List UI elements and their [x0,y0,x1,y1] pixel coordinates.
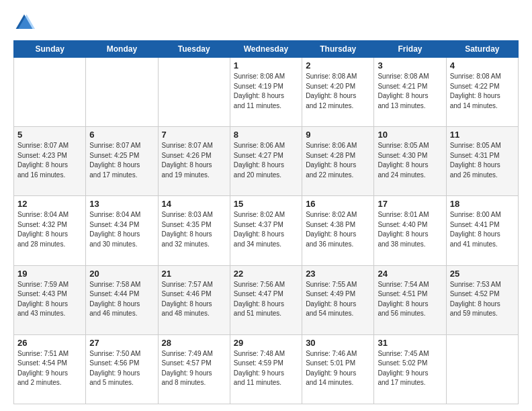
day-cell-25: 25Sunrise: 7:53 AMSunset: 4:52 PMDayligh… [446,265,518,334]
day-info-19: Sunrise: 7:59 AMSunset: 4:43 PMDaylight:… [17,280,82,319]
day-info-17: Sunrise: 8:01 AMSunset: 4:40 PMDaylight:… [378,210,442,249]
day-cell-21: 21Sunrise: 7:57 AMSunset: 4:46 PMDayligh… [158,265,230,334]
day-cell-11: 11Sunrise: 8:05 AMSunset: 4:31 PMDayligh… [446,127,518,196]
day-info-31: Sunrise: 7:45 AMSunset: 5:02 PMDaylight:… [378,349,442,388]
day-number-27: 27 [89,338,154,348]
day-number-19: 19 [17,269,82,279]
day-info-25: Sunrise: 7:53 AMSunset: 4:52 PMDaylight:… [450,280,515,319]
day-info-20: Sunrise: 7:58 AMSunset: 4:44 PMDaylight:… [89,280,154,319]
day-info-14: Sunrise: 8:03 AMSunset: 4:35 PMDaylight:… [162,210,226,249]
empty-cell [158,58,230,127]
day-number-21: 21 [162,269,226,279]
day-info-23: Sunrise: 7:55 AMSunset: 4:49 PMDaylight:… [306,280,370,319]
day-number-23: 23 [306,269,370,279]
day-info-30: Sunrise: 7:46 AMSunset: 5:01 PMDaylight:… [306,349,370,388]
day-cell-23: 23Sunrise: 7:55 AMSunset: 4:49 PMDayligh… [302,265,374,334]
day-cell-28: 28Sunrise: 7:49 AMSunset: 4:57 PMDayligh… [158,334,230,404]
day-info-13: Sunrise: 8:04 AMSunset: 4:34 PMDaylight:… [89,210,154,249]
weekday-friday: Friday [374,41,446,58]
day-number-6: 6 [89,130,154,140]
logo-icon [13,12,35,34]
day-number-9: 9 [306,130,370,140]
day-cell-20: 20Sunrise: 7:58 AMSunset: 4:44 PMDayligh… [86,265,158,334]
logo [13,12,38,34]
week-row-3: 19Sunrise: 7:59 AMSunset: 4:43 PMDayligh… [14,265,519,334]
day-info-5: Sunrise: 8:07 AMSunset: 4:23 PMDaylight:… [17,141,82,180]
day-cell-22: 22Sunrise: 7:56 AMSunset: 4:47 PMDayligh… [230,265,302,334]
day-number-11: 11 [450,130,515,140]
day-number-4: 4 [450,60,515,71]
day-number-30: 30 [306,338,370,348]
day-cell-1: 1Sunrise: 8:08 AMSunset: 4:19 PMDaylight… [230,58,302,127]
calendar-table: SundayMondayTuesdayWednesdayThursdayFrid… [13,40,519,404]
day-cell-31: 31Sunrise: 7:45 AMSunset: 5:02 PMDayligh… [374,334,446,404]
day-number-16: 16 [306,199,370,209]
empty-cell [86,58,158,127]
day-cell-30: 30Sunrise: 7:46 AMSunset: 5:01 PMDayligh… [302,334,374,404]
week-row-2: 12Sunrise: 8:04 AMSunset: 4:32 PMDayligh… [14,196,519,265]
day-cell-17: 17Sunrise: 8:01 AMSunset: 4:40 PMDayligh… [374,196,446,265]
day-info-26: Sunrise: 7:51 AMSunset: 4:54 PMDaylight:… [17,349,82,388]
day-number-10: 10 [378,130,442,140]
day-number-17: 17 [378,199,442,209]
day-number-18: 18 [450,199,515,209]
day-info-15: Sunrise: 8:02 AMSunset: 4:37 PMDaylight:… [234,210,298,249]
day-info-24: Sunrise: 7:54 AMSunset: 4:51 PMDaylight:… [378,280,442,319]
day-cell-27: 27Sunrise: 7:50 AMSunset: 4:56 PMDayligh… [86,334,158,404]
day-cell-10: 10Sunrise: 8:05 AMSunset: 4:30 PMDayligh… [374,127,446,196]
day-cell-14: 14Sunrise: 8:03 AMSunset: 4:35 PMDayligh… [158,196,230,265]
day-number-25: 25 [450,269,515,279]
day-info-2: Sunrise: 8:08 AMSunset: 4:20 PMDaylight:… [306,72,370,111]
day-number-29: 29 [234,338,298,348]
day-info-29: Sunrise: 7:48 AMSunset: 4:59 PMDaylight:… [234,349,298,388]
weekday-monday: Monday [86,41,158,58]
day-info-6: Sunrise: 8:07 AMSunset: 4:25 PMDaylight:… [89,141,154,180]
day-info-27: Sunrise: 7:50 AMSunset: 4:56 PMDaylight:… [89,349,154,388]
day-cell-12: 12Sunrise: 8:04 AMSunset: 4:32 PMDayligh… [14,196,86,265]
day-number-8: 8 [234,130,298,140]
day-cell-6: 6Sunrise: 8:07 AMSunset: 4:25 PMDaylight… [86,127,158,196]
day-number-13: 13 [89,199,154,209]
day-number-22: 22 [234,269,298,279]
day-cell-24: 24Sunrise: 7:54 AMSunset: 4:51 PMDayligh… [374,265,446,334]
day-cell-4: 4Sunrise: 8:08 AMSunset: 4:22 PMDaylight… [446,58,518,127]
weekday-tuesday: Tuesday [158,41,230,58]
day-cell-19: 19Sunrise: 7:59 AMSunset: 4:43 PMDayligh… [14,265,86,334]
page: SundayMondayTuesdayWednesdayThursdayFrid… [0,0,532,411]
day-info-1: Sunrise: 8:08 AMSunset: 4:19 PMDaylight:… [234,72,298,111]
day-info-10: Sunrise: 8:05 AMSunset: 4:30 PMDaylight:… [378,141,442,180]
day-cell-13: 13Sunrise: 8:04 AMSunset: 4:34 PMDayligh… [86,196,158,265]
day-number-20: 20 [89,269,154,279]
day-cell-18: 18Sunrise: 8:00 AMSunset: 4:41 PMDayligh… [446,196,518,265]
weekday-wednesday: Wednesday [230,41,302,58]
day-number-26: 26 [17,338,82,348]
day-cell-8: 8Sunrise: 8:06 AMSunset: 4:27 PMDaylight… [230,127,302,196]
day-number-31: 31 [378,338,442,348]
day-number-15: 15 [234,199,298,209]
day-info-3: Sunrise: 8:08 AMSunset: 4:21 PMDaylight:… [378,72,442,111]
week-row-1: 5Sunrise: 8:07 AMSunset: 4:23 PMDaylight… [14,127,519,196]
day-info-9: Sunrise: 8:06 AMSunset: 4:28 PMDaylight:… [306,141,370,180]
weekday-sunday: Sunday [14,41,86,58]
weekday-saturday: Saturday [446,41,518,58]
day-cell-5: 5Sunrise: 8:07 AMSunset: 4:23 PMDaylight… [14,127,86,196]
week-row-4: 26Sunrise: 7:51 AMSunset: 4:54 PMDayligh… [14,334,519,404]
day-info-28: Sunrise: 7:49 AMSunset: 4:57 PMDaylight:… [162,349,226,388]
weekday-header-row: SundayMondayTuesdayWednesdayThursdayFrid… [14,41,519,58]
day-cell-16: 16Sunrise: 8:02 AMSunset: 4:38 PMDayligh… [302,196,374,265]
week-row-0: 1Sunrise: 8:08 AMSunset: 4:19 PMDaylight… [14,58,519,127]
empty-cell [14,58,86,127]
day-info-22: Sunrise: 7:56 AMSunset: 4:47 PMDaylight:… [234,280,298,319]
day-number-14: 14 [162,199,226,209]
day-cell-3: 3Sunrise: 8:08 AMSunset: 4:21 PMDaylight… [374,58,446,127]
day-number-2: 2 [306,60,370,71]
day-cell-29: 29Sunrise: 7:48 AMSunset: 4:59 PMDayligh… [230,334,302,404]
day-info-4: Sunrise: 8:08 AMSunset: 4:22 PMDaylight:… [450,72,515,111]
day-cell-2: 2Sunrise: 8:08 AMSunset: 4:20 PMDaylight… [302,58,374,127]
day-info-7: Sunrise: 8:07 AMSunset: 4:26 PMDaylight:… [162,141,226,180]
day-info-11: Sunrise: 8:05 AMSunset: 4:31 PMDaylight:… [450,141,515,180]
day-number-12: 12 [17,199,82,209]
day-number-28: 28 [162,338,226,348]
day-info-12: Sunrise: 8:04 AMSunset: 4:32 PMDaylight:… [17,210,82,249]
day-number-7: 7 [162,130,226,140]
